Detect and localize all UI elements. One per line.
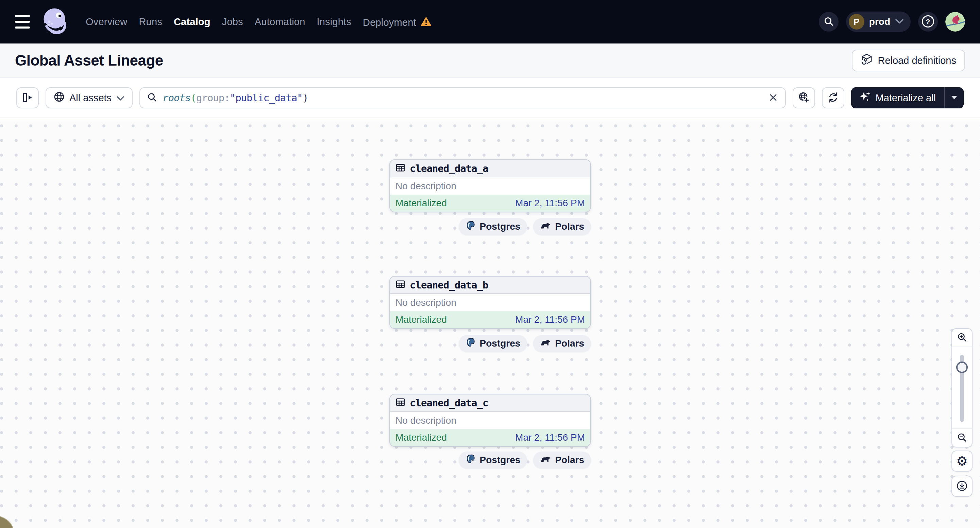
kind-tag-polars[interactable]: Polars xyxy=(533,335,591,352)
download-icon xyxy=(956,480,968,493)
globe-plus-icon xyxy=(798,92,810,104)
query-open-paren: ( xyxy=(191,92,196,104)
sparkles-icon xyxy=(859,91,871,105)
zoom-in-button[interactable] xyxy=(952,329,972,347)
lineage-toolbar: All assets roots(group:"public_data") xyxy=(0,78,980,118)
zoom-out-icon xyxy=(956,432,967,444)
kind-tag-label: Postgres xyxy=(480,338,520,349)
nav-item-jobs[interactable]: Jobs xyxy=(222,16,243,27)
kind-tag-polars[interactable]: Polars xyxy=(533,218,591,235)
asset-node-cleaned-data-c[interactable]: cleaned_data_c No description Materializ… xyxy=(389,394,591,447)
clear-query-button[interactable] xyxy=(765,90,781,106)
kind-tag-label: Postgres xyxy=(480,221,520,232)
query-function: roots xyxy=(162,92,191,104)
materialize-all-split-button: Materialize all xyxy=(851,87,964,108)
polars-bear-icon xyxy=(540,221,551,232)
postgres-icon xyxy=(466,220,476,233)
kind-tag-postgres[interactable]: Postgres xyxy=(459,452,527,469)
nav-item-catalog[interactable]: Catalog xyxy=(174,16,210,27)
asset-kind-tags: Postgres Polars xyxy=(459,452,591,469)
asset-card-header: cleaned_data_c xyxy=(390,395,590,412)
deployment-warning-icon xyxy=(420,16,432,27)
svg-text:?: ? xyxy=(926,17,931,25)
asset-status-row: Materialized Mar 2, 11:56 PM xyxy=(390,195,590,212)
page-title: Global Asset Lineage xyxy=(15,52,163,69)
new-asset-selection-button[interactable] xyxy=(793,87,815,108)
asset-status-row: Materialized Mar 2, 11:56 PM xyxy=(390,429,590,446)
status-badge: Materialized xyxy=(396,314,447,325)
query-text: roots(group:"public_data") xyxy=(162,92,308,104)
kind-tag-label: Polars xyxy=(555,221,584,232)
user-avatar[interactable] xyxy=(945,12,965,32)
polars-bear-icon xyxy=(540,455,551,466)
kind-tag-postgres[interactable]: Postgres xyxy=(459,335,527,352)
table-icon xyxy=(396,397,405,408)
graph-settings-button[interactable]: ⚙ xyxy=(951,450,972,472)
deployment-initial-badge: P xyxy=(849,14,864,30)
materialization-timestamp[interactable]: Mar 2, 11:56 PM xyxy=(515,314,585,325)
asset-status-row: Materialized Mar 2, 11:56 PM xyxy=(390,311,590,328)
deployment-switcher[interactable]: P prod xyxy=(846,11,911,32)
chevron-down-icon xyxy=(116,92,124,104)
asset-name: cleaned_data_a xyxy=(410,163,488,174)
refresh-graph-button[interactable] xyxy=(822,87,844,108)
status-badge: Materialized xyxy=(396,432,447,443)
asset-name: cleaned_data_c xyxy=(410,397,488,409)
kind-tag-polars[interactable]: Polars xyxy=(533,452,591,469)
top-nav-bar: Overview Runs Catalog Jobs Automation In… xyxy=(0,0,980,43)
query-value: "public_data" xyxy=(230,92,303,104)
zoom-out-button[interactable] xyxy=(952,429,972,447)
zoom-slider xyxy=(952,347,972,429)
kind-tag-label: Polars xyxy=(555,455,584,466)
expand-panel-icon xyxy=(22,92,33,104)
kind-tag-label: Polars xyxy=(555,338,584,349)
query-close-paren: ) xyxy=(303,92,308,104)
nav-item-automation[interactable]: Automation xyxy=(255,16,305,27)
table-icon xyxy=(396,279,405,290)
asset-kind-tags: Postgres Polars xyxy=(459,335,591,352)
zoom-control-panel xyxy=(951,328,972,447)
primary-nav: Overview Runs Catalog Jobs Automation In… xyxy=(86,16,432,28)
nav-right-controls: P prod ? xyxy=(819,11,965,32)
download-graph-button[interactable] xyxy=(951,476,972,497)
lineage-query-input[interactable]: roots(group:"public_data") xyxy=(139,87,786,108)
help-button[interactable]: ? xyxy=(918,12,938,32)
asset-description: No description xyxy=(390,178,590,195)
asset-node-cleaned-data-a[interactable]: cleaned_data_a No description Materializ… xyxy=(389,159,591,212)
nav-item-overview[interactable]: Overview xyxy=(86,16,127,27)
hamburger-menu-button[interactable] xyxy=(15,15,30,29)
asset-scope-label: All assets xyxy=(69,92,111,104)
zoom-slider-thumb[interactable] xyxy=(956,362,968,373)
chevron-down-icon xyxy=(895,18,907,25)
dagster-logo-icon[interactable] xyxy=(40,6,71,37)
open-left-panel-button[interactable] xyxy=(16,87,39,108)
materialization-timestamp[interactable]: Mar 2, 11:56 PM xyxy=(515,432,585,443)
postgres-icon xyxy=(466,454,476,466)
global-search-button[interactable] xyxy=(819,12,838,32)
kind-tag-postgres[interactable]: Postgres xyxy=(459,218,527,235)
materialization-timestamp[interactable]: Mar 2, 11:56 PM xyxy=(515,198,585,209)
page-header: Global Asset Lineage Reload definitions xyxy=(0,43,980,78)
asset-kind-tags: Postgres Polars xyxy=(459,218,591,235)
asset-scope-dropdown[interactable]: All assets xyxy=(46,87,133,108)
graph-top-fade xyxy=(0,118,980,123)
materialize-all-button[interactable]: Materialize all xyxy=(851,87,944,108)
nav-item-runs[interactable]: Runs xyxy=(139,16,162,27)
asset-node-cleaned-data-b[interactable]: cleaned_data_b No description Materializ… xyxy=(389,276,591,329)
nav-item-deployment[interactable]: Deployment xyxy=(363,16,432,28)
query-colon: : xyxy=(224,92,229,104)
close-icon xyxy=(768,93,778,103)
reload-cube-icon xyxy=(861,53,873,68)
reload-definitions-button[interactable]: Reload definitions xyxy=(852,49,965,71)
materialize-options-caret[interactable] xyxy=(945,87,964,108)
asset-description: No description xyxy=(390,294,590,311)
asset-name: cleaned_data_b xyxy=(410,279,488,291)
postgres-icon xyxy=(466,338,476,350)
minimap-corner xyxy=(0,508,18,528)
caret-down-icon xyxy=(951,95,958,101)
search-icon xyxy=(147,92,157,104)
asset-card-header: cleaned_data_b xyxy=(390,277,590,294)
nav-item-deployment-label: Deployment xyxy=(363,17,416,28)
nav-item-insights[interactable]: Insights xyxy=(317,16,351,27)
lineage-graph-canvas[interactable]: cleaned_data_a No description Materializ… xyxy=(0,118,980,528)
